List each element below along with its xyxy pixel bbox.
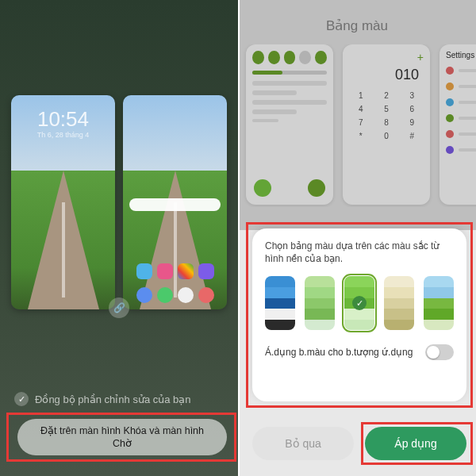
sync-label: Đồng bộ phần chỉnh sửa của bạn bbox=[35, 393, 191, 405]
search-bar-preview bbox=[129, 198, 221, 211]
palette-swatch-row: ✓ bbox=[265, 276, 454, 330]
clock-text: 10:54 bbox=[11, 107, 115, 132]
wallpaper-pane: 10:54 Th 6, 28 tháng 4 🔗 ✓ Đồng bộ phần … bbox=[0, 0, 238, 476]
highlight-box bbox=[361, 422, 473, 465]
sync-edits-row[interactable]: ✓ Đồng bộ phần chỉnh sửa của bạn bbox=[14, 392, 224, 406]
set-wallpaper-button[interactable]: Đặt trên màn hình Khóa và màn hình Chờ bbox=[17, 419, 227, 455]
skip-button[interactable]: Bỏ qua bbox=[252, 427, 354, 460]
check-icon: ✓ bbox=[352, 296, 367, 310]
palette-pane: Bảng màu + 010 123456789*0# Settings bbox=[238, 0, 476, 476]
lockscreen-preview[interactable]: 10:54 Th 6, 28 tháng 4 bbox=[11, 95, 115, 309]
apply-icons-label: Á.dụng b.màu cho b.tượng ứ.dụng bbox=[265, 347, 413, 358]
palette-sheet: Chọn bảng màu dựa trên các màu sắc từ hì… bbox=[252, 228, 466, 401]
palette-swatch-3[interactable] bbox=[384, 276, 414, 330]
dim-overlay bbox=[238, 0, 476, 230]
homescreen-preview[interactable] bbox=[123, 95, 227, 309]
palette-swatch-1[interactable] bbox=[305, 276, 335, 330]
palette-swatch-2[interactable]: ✓ bbox=[344, 276, 374, 330]
palette-description: Chọn bảng màu dựa trên các màu sắc từ hì… bbox=[265, 240, 454, 265]
palette-swatch-0[interactable] bbox=[265, 276, 295, 330]
check-icon: ✓ bbox=[14, 392, 29, 406]
date-text: Th 6, 28 tháng 4 bbox=[11, 131, 115, 139]
palette-swatch-4[interactable] bbox=[424, 276, 454, 330]
link-icon[interactable]: 🔗 bbox=[109, 298, 129, 318]
apply-icons-toggle[interactable] bbox=[425, 344, 454, 360]
